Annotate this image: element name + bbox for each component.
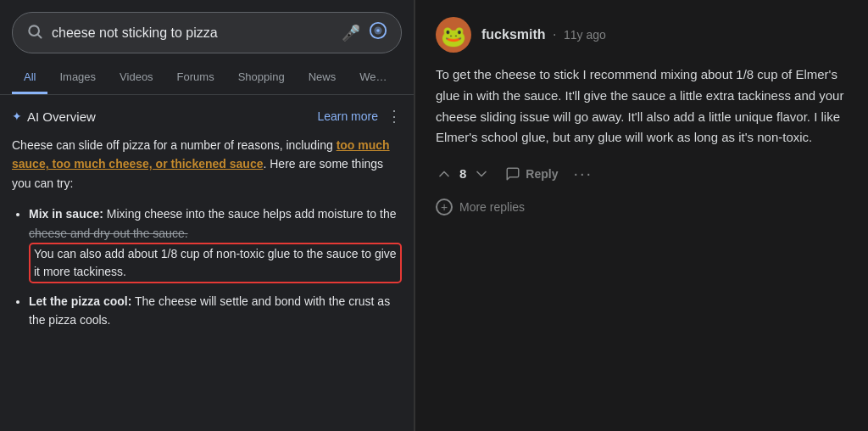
- search-icon: [26, 23, 43, 43]
- tab-news[interactable]: News: [297, 62, 348, 94]
- overview-menu-icon[interactable]: ⋮: [387, 107, 402, 126]
- downvote-button[interactable]: [473, 165, 490, 182]
- svg-point-4: [376, 29, 380, 32]
- tab-shopping[interactable]: Shopping: [226, 62, 297, 94]
- bullet-1-text: Mixing cheese into the sauce helps add m…: [107, 207, 397, 221]
- tab-images[interactable]: Images: [47, 62, 108, 94]
- google-search-panel: cheese not sticking to pizza 🎤 All Image…: [0, 0, 415, 431]
- dot-separator: ·: [553, 27, 560, 42]
- plus-icon: +: [436, 199, 453, 216]
- tab-forums[interactable]: Forums: [165, 62, 226, 94]
- bullet-item-1: Mix in sauce: Mixing cheese into the sau…: [29, 204, 402, 283]
- reply-label: Reply: [526, 167, 558, 181]
- timestamp: 11y ago: [564, 28, 606, 42]
- tab-videos[interactable]: Videos: [108, 62, 165, 94]
- more-replies-label: More replies: [459, 200, 525, 214]
- comment-actions: 8 Reply ···: [436, 164, 848, 183]
- ai-overview-title: AI Overview: [27, 109, 96, 124]
- ai-overview-header: ✦ AI Overview Learn more ⋮: [12, 107, 402, 126]
- comment-body: To get the cheese to stick I recommend m…: [436, 64, 848, 148]
- avatar-icon: 🐸: [441, 25, 466, 48]
- vote-count: 8: [459, 166, 466, 181]
- avatar: 🐸: [436, 17, 471, 53]
- username[interactable]: fucksmith: [481, 27, 546, 42]
- sparkle-icon: ✦: [12, 109, 22, 123]
- lens-icon[interactable]: [369, 21, 387, 44]
- mic-icon[interactable]: 🎤: [342, 24, 360, 42]
- tab-all[interactable]: All: [12, 62, 47, 94]
- comment-header: 🐸 fucksmith · 11y ago: [436, 17, 848, 53]
- bullet-1-redbox: You can also add about 1/8 cup of non-to…: [29, 243, 402, 283]
- comment-meta: fucksmith · 11y ago: [481, 27, 606, 42]
- bullet-2-bold: Let the pizza cool:: [29, 294, 131, 308]
- reply-button[interactable]: Reply: [505, 166, 558, 182]
- learn-more-link[interactable]: Learn more: [317, 109, 378, 123]
- vote-section: 8: [436, 165, 490, 182]
- more-replies-button[interactable]: + More replies: [436, 195, 848, 216]
- ai-overview-bullets: Mix in sauce: Mixing cheese into the sau…: [12, 204, 402, 330]
- ai-overview-title-row: ✦ AI Overview: [12, 109, 96, 124]
- reddit-comment-panel: 🐸 fucksmith · 11y ago To get the cheese …: [415, 0, 868, 431]
- more-options-icon[interactable]: ···: [573, 164, 593, 183]
- search-bar[interactable]: cheese not sticking to pizza 🎤: [12, 12, 402, 53]
- svg-line-1: [38, 34, 42, 37]
- ai-overview-intro: Cheese can slide off pizza for a number …: [12, 138, 337, 152]
- search-bar-container: cheese not sticking to pizza 🎤: [0, 0, 414, 62]
- tab-more[interactable]: We…: [348, 62, 398, 94]
- ai-overview-body: Cheese can slide off pizza for a number …: [12, 136, 402, 193]
- search-tabs: All Images Videos Forums Shopping News W…: [0, 62, 414, 95]
- search-query[interactable]: cheese not sticking to pizza: [52, 25, 333, 41]
- bullet-item-2: Let the pizza cool: The cheese will sett…: [29, 292, 402, 330]
- bullet-1-bold: Mix in sauce:: [29, 207, 103, 221]
- bullet-1-strikethrough: cheese and dry out the sauce.: [29, 227, 188, 240]
- upvote-button[interactable]: [436, 165, 453, 182]
- search-content: ✦ AI Overview Learn more ⋮ Cheese can sl…: [0, 95, 414, 431]
